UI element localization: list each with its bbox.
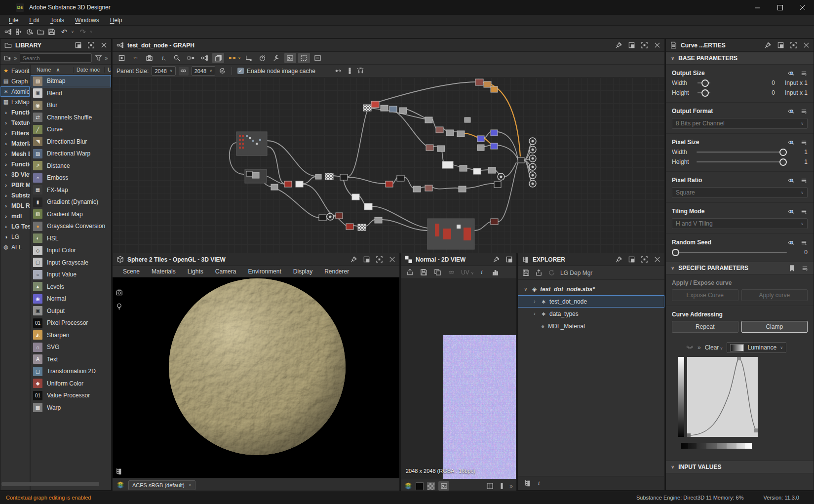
channels-layers-icon[interactable]: [404, 482, 412, 490]
library-tree-item-3d-view[interactable]: ›3D View: [0, 169, 30, 180]
tools-button[interactable]: [271, 53, 282, 63]
library-tree-item-functions[interactable]: ›Functions: [0, 107, 30, 117]
explorer-close-icon[interactable]: [653, 256, 661, 264]
display-stack-button[interactable]: [212, 53, 224, 63]
expose-output-size-icon[interactable]: [787, 69, 795, 77]
library-item-emboss[interactable]: ○Emboss: [31, 172, 111, 184]
zoom-button[interactable]: [171, 53, 183, 63]
library-tree-item-all[interactable]: ◍ALL: [0, 242, 30, 252]
library-item-directional-warp[interactable]: ▨Directional Warp: [31, 148, 111, 160]
view3d-float-icon[interactable]: [362, 256, 370, 264]
screenshot-button[interactable]: [143, 53, 155, 63]
library-item-directional-blur[interactable]: ◥Directional Blur: [31, 136, 111, 148]
library-item-blend[interactable]: ▣Blend: [31, 87, 111, 100]
library-tree-item-filters[interactable]: ›Filters: [0, 128, 30, 138]
library-item-sharpen[interactable]: ◭Sharpen: [31, 329, 111, 342]
explorer-maximize-icon[interactable]: [640, 256, 648, 264]
histogram-button[interactable]: [490, 267, 502, 277]
graph-pin-icon[interactable]: [615, 41, 622, 49]
properties-maximize-icon[interactable]: [789, 41, 797, 49]
library-item-bitmap[interactable]: ▨Bitmap: [31, 75, 111, 87]
undo-button[interactable]: ↶: [58, 27, 70, 38]
reset-size-icon[interactable]: [218, 67, 226, 75]
pixel-size-height-slider[interactable]: [697, 161, 787, 162]
expose-random-seed-icon[interactable]: [787, 238, 795, 246]
view3d-menu-materials[interactable]: Materials: [146, 267, 181, 276]
chevron-icon[interactable]: ›: [532, 299, 538, 304]
library-tree-item-mdl-re[interactable]: ›MDL Re: [0, 200, 30, 211]
new-function-button[interactable]: [15, 28, 23, 36]
curve-plot-area[interactable]: [687, 357, 758, 437]
chevron-icon[interactable]: ∨: [523, 286, 529, 292]
camera-icon[interactable]: [115, 288, 123, 296]
thumbnails-button[interactable]: [284, 53, 296, 63]
link-creation-button[interactable]: [185, 53, 196, 63]
expose-pixel-ratio-icon[interactable]: [787, 176, 795, 184]
pixel-size-width-value[interactable]: 1: [791, 149, 808, 155]
output-size-height-value[interactable]: 0: [758, 89, 775, 96]
snap-magnet-icon[interactable]: [357, 67, 365, 75]
view2d-float-icon[interactable]: [505, 256, 513, 264]
new-graph-button[interactable]: [4, 28, 12, 36]
open-button[interactable]: [37, 28, 44, 36]
graph-close-icon[interactable]: [653, 41, 661, 49]
maximize-button[interactable]: [769, 0, 791, 15]
library-search-input[interactable]: [20, 53, 92, 63]
library-overflow-chevron-2[interactable]: »: [105, 55, 108, 62]
view3d-menu-renderer[interactable]: Renderer: [319, 267, 354, 276]
pixel-ratio-select[interactable]: Square∨: [672, 187, 808, 198]
library-horizontal-scrollbar[interactable]: [1, 482, 99, 486]
library-item-curve[interactable]: ╱Curve: [31, 123, 111, 136]
library-maximize-icon[interactable]: [87, 41, 95, 49]
library-item-blur[interactable]: ◉Blur: [31, 99, 111, 112]
preset-icon[interactable]: [788, 264, 796, 272]
light-icon[interactable]: [115, 302, 123, 310]
library-tree-item-mdl[interactable]: ›mdl: [0, 211, 30, 221]
library-item-levels[interactable]: ▲Levels: [31, 281, 111, 293]
explorer-structure-icon[interactable]: [523, 479, 531, 487]
pixel-ratio-menu-icon[interactable]: [800, 176, 808, 184]
library-overflow-chevron[interactable]: »: [14, 55, 17, 62]
view2d-viewport[interactable]: 2048 x 2048 (RGBA : 16bpc): [401, 279, 516, 479]
minimize-button[interactable]: [746, 0, 769, 15]
library-tree-item-pbr-ma[interactable]: ›PBR Ma: [0, 180, 30, 190]
grid-snap-button[interactable]: [298, 53, 310, 63]
actual-size-button[interactable]: 1:1: [129, 53, 141, 63]
cache-checkbox[interactable]: ✓: [237, 68, 244, 74]
save-package-icon[interactable]: [522, 269, 530, 277]
link-style-button[interactable]: [226, 53, 238, 63]
explorer-float-icon[interactable]: [627, 256, 635, 264]
uv-select[interactable]: UV ∨: [461, 269, 474, 276]
library-tree-item-favorites[interactable]: ★Favorites: [0, 66, 30, 76]
view3d-viewport[interactable]: [113, 277, 399, 478]
view2d-pin-icon[interactable]: [492, 256, 500, 264]
library-item-transformation-2d[interactable]: ▢Transformation 2D: [31, 365, 111, 378]
explorer-pin-icon[interactable]: [615, 256, 622, 264]
menu-help[interactable]: Help: [105, 16, 127, 25]
clamp-button[interactable]: Clamp: [741, 321, 808, 333]
tiling-icon[interactable]: [498, 482, 505, 490]
library-tree-item-graph[interactable]: ▤Graph: [0, 76, 30, 86]
dependency-manager-label[interactable]: LG Dep Mgr: [560, 270, 592, 276]
library-tree-item-fxmap[interactable]: ▦FxMap: [0, 97, 30, 107]
library-item-fx-map[interactable]: ▦FX-Map: [31, 184, 111, 196]
save-button[interactable]: [47, 28, 55, 36]
library-item-grayscale-conversion[interactable]: ●Grayscale Conversion: [31, 220, 111, 233]
library-item-uniform-color[interactable]: ◆Uniform Color: [31, 378, 111, 390]
library-item-value-processor[interactable]: 01Value Processor: [31, 389, 111, 402]
library-tree-item-atomic[interactable]: ∗Atomic: [0, 86, 30, 97]
base-parameters-header[interactable]: ∨ BASE PARAMETERS: [666, 52, 814, 65]
random-seed-slider[interactable]: [672, 252, 787, 253]
library-item-pixel-processor[interactable]: 01Pixel Processor: [31, 317, 111, 329]
view3d-menu-environment[interactable]: Environment: [242, 267, 286, 276]
library-item-hsl[interactable]: ◐HSL: [31, 233, 111, 245]
export-package-icon[interactable]: [535, 269, 543, 277]
output-size-menu-icon[interactable]: [800, 69, 808, 77]
copy-image-button[interactable]: [431, 267, 443, 277]
background-checker-swatch[interactable]: [427, 482, 435, 490]
save-image-button[interactable]: [418, 267, 429, 277]
curve-handles-icon[interactable]: [686, 344, 694, 351]
library-item-gradient-dynamic-[interactable]: ▮Gradient (Dynamic): [31, 196, 111, 208]
list-view-button[interactable]: [312, 53, 324, 63]
link-view-button[interactable]: [445, 267, 457, 277]
